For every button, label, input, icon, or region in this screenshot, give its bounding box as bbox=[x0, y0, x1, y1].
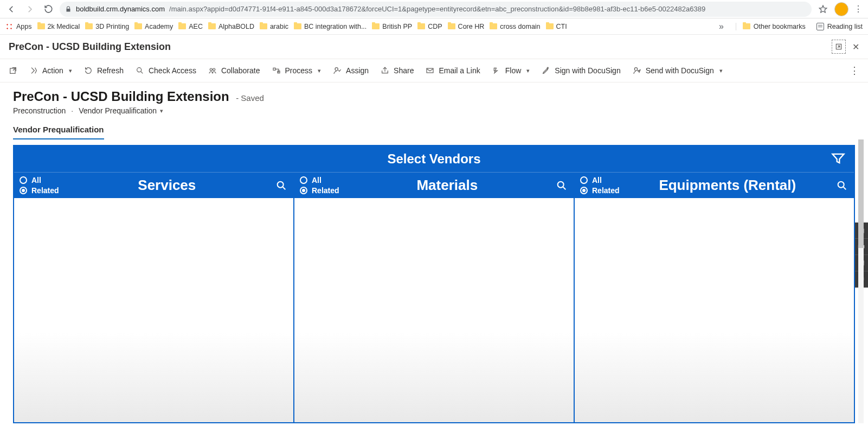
materials-filter-related[interactable]: Related bbox=[300, 186, 339, 195]
form-body: Select Vendors All Related Services bbox=[0, 139, 868, 423]
svg-point-3 bbox=[210, 68, 212, 71]
bookmark-cdp[interactable]: CDP bbox=[417, 23, 442, 30]
apps-icon bbox=[5, 23, 13, 30]
refresh-button[interactable]: Refresh bbox=[84, 66, 124, 75]
profile-avatar[interactable] bbox=[834, 2, 848, 16]
bookmark-alphabold[interactable]: AlphaBOLD bbox=[208, 23, 254, 30]
close-button[interactable]: ✕ bbox=[852, 42, 859, 52]
equipments-search-button[interactable] bbox=[835, 179, 848, 192]
folder-icon bbox=[37, 23, 45, 29]
reading-list[interactable]: Reading list bbox=[811, 23, 863, 30]
form-view-selector[interactable]: Vendor Prequalification ▾ bbox=[79, 106, 163, 115]
share-button[interactable]: Share bbox=[381, 66, 414, 75]
equipments-title: Equipments (Rental) bbox=[625, 177, 830, 194]
bookmark-cti[interactable]: CTI bbox=[546, 23, 567, 30]
bookmark-core-hr[interactable]: Core HR bbox=[448, 23, 485, 30]
record-titlebar: PreCon - UCSD Building Extension ✕ bbox=[0, 35, 868, 59]
tab-vendor-prequalification[interactable]: Vendor Prequalification bbox=[13, 125, 104, 139]
services-search-button[interactable] bbox=[275, 179, 288, 192]
browser-nav-bar: boldbuild.crm.dynamics.com/main.aspx?app… bbox=[0, 0, 868, 18]
svg-rect-5 bbox=[273, 68, 275, 70]
folder-icon bbox=[178, 23, 186, 29]
select-vendors-header: Select Vendors bbox=[14, 146, 854, 173]
materials-column-header: All Related Materials bbox=[294, 173, 574, 198]
send-docusign-button[interactable]: Send with DocuSign▾ bbox=[633, 66, 723, 75]
materials-title: Materials bbox=[345, 177, 550, 194]
materials-list bbox=[294, 198, 574, 422]
folder-icon bbox=[490, 23, 497, 29]
services-list bbox=[14, 198, 293, 422]
equipments-column-header: All Related Equipments (Rental) bbox=[575, 173, 854, 198]
record-heading: PreCon - UCSD Building Extension - Saved… bbox=[0, 82, 868, 117]
equipments-list bbox=[575, 198, 854, 422]
action-button[interactable]: Action▾ bbox=[29, 66, 72, 75]
chevron-down-icon: ▾ bbox=[69, 67, 72, 74]
chrome-menu-button[interactable]: ⋮ bbox=[853, 4, 864, 14]
equipments-column: All Related Equipments (Rental) bbox=[575, 173, 854, 422]
forward-button[interactable] bbox=[23, 2, 37, 16]
other-bookmarks[interactable]: Other bookmarks bbox=[736, 23, 806, 30]
flow-button[interactable]: Flow▾ bbox=[492, 66, 530, 75]
select-vendors-title: Select Vendors bbox=[387, 151, 480, 166]
reload-button[interactable] bbox=[41, 2, 55, 16]
apps-label: Apps bbox=[16, 23, 32, 30]
folder-icon bbox=[417, 23, 425, 29]
folder-icon bbox=[260, 23, 267, 29]
sign-docusign-button[interactable]: Sign with DocuSign bbox=[542, 66, 620, 75]
scrollbar-thumb[interactable] bbox=[858, 139, 864, 248]
services-column-header: All Related Services bbox=[14, 173, 293, 198]
bookmark-bc-integration[interactable]: BC integration with... bbox=[294, 23, 367, 30]
bookmark-aec[interactable]: AEC bbox=[178, 23, 203, 30]
more-commands-button[interactable]: ⋮ bbox=[850, 65, 859, 77]
form-tabs: Vendor Prequalification bbox=[0, 117, 868, 139]
bookmark-academy[interactable]: Academy bbox=[134, 23, 173, 30]
star-button[interactable] bbox=[816, 2, 830, 16]
apps-button[interactable]: Apps bbox=[5, 23, 32, 30]
folder-icon bbox=[85, 23, 93, 29]
lock-icon bbox=[65, 6, 72, 12]
check-access-button[interactable]: Check Access bbox=[136, 66, 196, 75]
services-filter-all[interactable]: All bbox=[20, 176, 59, 185]
popout-button[interactable] bbox=[832, 40, 846, 54]
radio-icon bbox=[580, 176, 588, 184]
svg-point-16 bbox=[838, 181, 844, 187]
services-filter-related[interactable]: Related bbox=[20, 186, 59, 195]
bookmark-arabic[interactable]: arabic bbox=[260, 23, 288, 30]
process-button[interactable]: Process▾ bbox=[272, 66, 322, 75]
url-host-text: boldbuild.crm.dynamics.com bbox=[76, 5, 165, 13]
svg-point-7 bbox=[335, 68, 338, 71]
chevron-down-icon: ▾ bbox=[318, 67, 321, 74]
bookmark-2k-medical[interactable]: 2k Medical bbox=[37, 23, 80, 30]
bookmark-3d-printing[interactable]: 3D Printing bbox=[85, 23, 129, 30]
radio-icon bbox=[20, 176, 27, 184]
materials-filter-all[interactable]: All bbox=[300, 176, 339, 185]
back-button[interactable] bbox=[4, 2, 18, 16]
filter-button[interactable] bbox=[829, 149, 847, 168]
open-new-window-button[interactable] bbox=[9, 66, 17, 75]
chevron-down-icon: ▾ bbox=[160, 107, 163, 115]
svg-point-14 bbox=[278, 181, 284, 187]
collaborate-button[interactable]: Collaborate bbox=[208, 66, 260, 75]
bookmarks-bar: Apps 2k Medical 3D Printing Academy AEC … bbox=[0, 18, 868, 35]
bookmark-cross-domain[interactable]: cross domain bbox=[490, 23, 540, 30]
bookmarks-overflow[interactable]: » bbox=[716, 22, 727, 31]
svg-point-9 bbox=[634, 68, 637, 71]
select-vendors-control: Select Vendors All Related Services bbox=[13, 145, 855, 423]
chevron-down-icon: ▾ bbox=[526, 67, 530, 74]
email-link-button[interactable]: Email a Link bbox=[426, 66, 480, 75]
folder-icon bbox=[294, 23, 301, 29]
assign-button[interactable]: Assign bbox=[333, 66, 369, 75]
svg-point-2 bbox=[137, 68, 142, 72]
equipments-filter-related[interactable]: Related bbox=[580, 186, 620, 195]
folder-icon bbox=[546, 23, 554, 29]
materials-search-button[interactable] bbox=[555, 179, 568, 192]
materials-column: All Related Materials bbox=[294, 173, 575, 422]
svg-point-15 bbox=[558, 181, 564, 187]
equipments-filter-all[interactable]: All bbox=[580, 176, 620, 185]
address-bar[interactable]: boldbuild.crm.dynamics.com/main.aspx?app… bbox=[60, 2, 812, 17]
services-column: All Related Services bbox=[14, 173, 294, 422]
bookmark-british-pp[interactable]: British PP bbox=[372, 23, 412, 30]
radio-icon bbox=[20, 187, 27, 194]
folder-icon bbox=[208, 23, 216, 29]
radio-icon bbox=[580, 187, 588, 194]
